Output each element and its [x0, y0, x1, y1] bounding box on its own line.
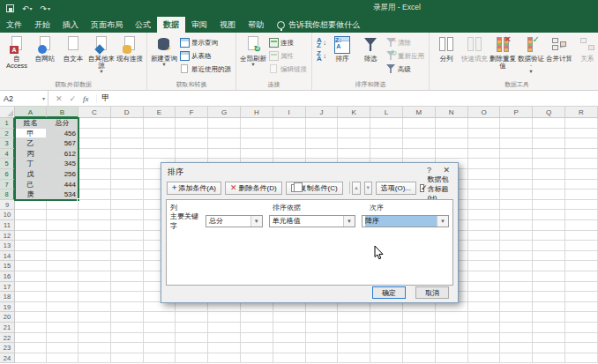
cell-B5[interactable]: 345 — [47, 159, 78, 169]
cell[interactable] — [500, 180, 533, 190]
cell[interactable] — [436, 353, 468, 364]
cell-B3[interactable]: 567 — [47, 138, 78, 149]
cell-A5[interactable]: 丁 — [15, 159, 47, 169]
cell[interactable] — [176, 149, 208, 160]
cell[interactable] — [468, 312, 501, 323]
tab-页面布局[interactable]: 页面布局 — [85, 17, 129, 33]
dialog-help-button[interactable]: ? — [427, 166, 431, 175]
move-down-button[interactable]: ▼ — [364, 182, 372, 195]
cell-A4[interactable]: 丙 — [15, 149, 47, 160]
insert-function-icon[interactable]: fx — [83, 94, 89, 103]
cell[interactable] — [111, 261, 144, 271]
cell[interactable] — [500, 333, 533, 344]
cell[interactable] — [144, 302, 176, 313]
cell[interactable] — [533, 271, 565, 282]
cell[interactable] — [565, 343, 598, 353]
cell[interactable] — [533, 353, 565, 364]
cell[interactable] — [533, 210, 565, 220]
column-header-A[interactable]: A — [15, 107, 47, 118]
cancel-button[interactable]: 取消 — [415, 286, 449, 299]
cell-A3[interactable]: 乙 — [15, 138, 47, 149]
cell[interactable] — [208, 118, 241, 129]
cell[interactable] — [338, 138, 370, 149]
cell[interactable] — [436, 129, 468, 139]
cell[interactable] — [500, 129, 533, 139]
cell[interactable] — [500, 292, 533, 302]
cell[interactable] — [47, 261, 78, 271]
cell[interactable] — [370, 118, 403, 129]
cell[interactable] — [144, 323, 176, 333]
tab-数据[interactable]: 数据 — [157, 17, 185, 33]
cell[interactable] — [47, 343, 78, 353]
cell[interactable] — [500, 138, 533, 149]
cell[interactable] — [370, 353, 403, 364]
ribbon-button-显示查询[interactable]: 显示查询 — [180, 37, 231, 48]
row-header-13[interactable]: 13 — [0, 241, 15, 251]
cell[interactable] — [15, 323, 47, 333]
cell[interactable] — [273, 333, 306, 344]
cell[interactable] — [338, 323, 370, 333]
cell[interactable] — [47, 302, 78, 313]
cell[interactable] — [468, 323, 501, 333]
cell[interactable] — [338, 118, 370, 129]
cell[interactable] — [403, 129, 436, 139]
cell[interactable] — [144, 353, 176, 364]
ribbon-button-自 Access[interactable]: A自 Access — [3, 34, 31, 70]
row-header-23[interactable]: 23 — [0, 343, 15, 353]
cell[interactable] — [533, 241, 565, 251]
cell[interactable] — [533, 159, 565, 169]
cell[interactable] — [468, 343, 501, 353]
cell[interactable] — [370, 302, 403, 313]
row-header-12[interactable]: 12 — [0, 231, 15, 241]
cell[interactable] — [47, 282, 78, 293]
cell[interactable] — [533, 333, 565, 344]
cell[interactable] — [468, 302, 501, 313]
cell[interactable] — [565, 333, 598, 344]
cell[interactable] — [370, 312, 403, 323]
cell[interactable] — [533, 189, 565, 200]
cell[interactable] — [241, 333, 273, 344]
cell[interactable] — [403, 118, 436, 129]
cell[interactable] — [15, 241, 47, 251]
ribbon-button-合并计算[interactable]: ←合并计算 — [545, 34, 573, 63]
cell[interactable] — [111, 333, 144, 344]
cell[interactable] — [208, 138, 241, 149]
cell[interactable] — [241, 302, 273, 313]
add-level-button[interactable]: + 添加条件(A) — [167, 182, 221, 195]
ribbon-button-清除[interactable]: ✕清除 — [386, 37, 424, 48]
row-header-4[interactable]: 4 — [0, 149, 15, 160]
cell[interactable] — [565, 271, 598, 282]
cell[interactable] — [565, 241, 598, 251]
cell[interactable] — [47, 200, 78, 211]
cell[interactable] — [403, 138, 436, 149]
cell[interactable] — [144, 149, 176, 160]
cell[interactable] — [176, 302, 208, 313]
cell[interactable] — [436, 138, 468, 149]
cell-B8[interactable]: 534 — [47, 189, 78, 200]
ribbon-button-属性[interactable]: 属性 — [269, 50, 307, 62]
save-button[interactable] — [6, 4, 14, 12]
cell[interactable] — [15, 343, 47, 353]
cell[interactable] — [403, 149, 436, 160]
cell[interactable] — [111, 138, 144, 149]
cell[interactable] — [500, 159, 533, 169]
ribbon-button-重新应用[interactable]: ↻重新应用 — [386, 50, 424, 62]
cell[interactable] — [144, 129, 176, 139]
cell[interactable] — [500, 149, 533, 160]
tab-开始[interactable]: 开始 — [28, 17, 56, 33]
redo-button[interactable]: ↷▾ — [41, 4, 51, 13]
column-header-M[interactable]: M — [403, 107, 436, 118]
cell[interactable] — [500, 261, 533, 271]
cell[interactable] — [468, 118, 501, 129]
ribbon-button-现有连接[interactable]: 现有连接 — [116, 34, 144, 63]
cell[interactable] — [306, 343, 339, 353]
column-header-N[interactable]: N — [436, 107, 468, 118]
cell[interactable] — [370, 129, 403, 139]
cancel-entry-icon[interactable]: ✕ — [56, 94, 63, 103]
sort-column-dropdown[interactable]: 总分 ▼ — [206, 215, 263, 227]
column-header-D[interactable]: D — [111, 107, 144, 118]
cell[interactable] — [533, 312, 565, 323]
cell[interactable] — [144, 138, 176, 149]
column-header-B[interactable]: B — [47, 107, 78, 118]
ribbon-button-从表格[interactable]: 从表格 — [180, 50, 231, 62]
